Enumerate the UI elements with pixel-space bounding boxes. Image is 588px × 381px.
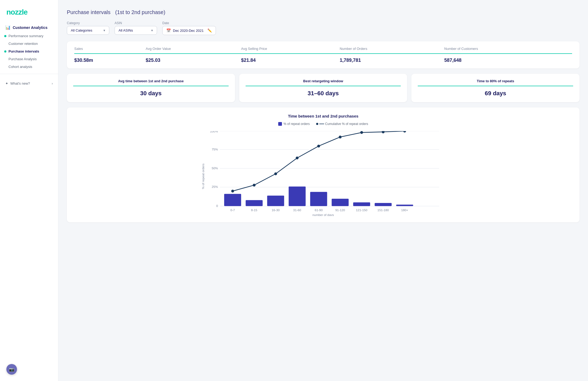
bar-91-120 [332, 199, 349, 206]
stats-col-num-orders: Number of Orders [340, 47, 444, 54]
sidebar-item-purchase-intervals[interactable]: Purchase intervals [0, 47, 58, 55]
sidebar-item-purchase-analysis[interactable]: Purchase Analysis [0, 55, 58, 63]
legend-bar-icon [278, 122, 282, 126]
x-axis-label: number of days [312, 213, 334, 216]
sidebar-item-label: Performance summary [8, 34, 43, 38]
stats-val-num-customers: 587,648 [444, 54, 572, 63]
x-label-5: 91-120 [335, 208, 345, 212]
legend-line-icon [316, 123, 318, 125]
sidebar-item-label: Purchase intervals [8, 49, 39, 53]
bar-31-60 [289, 187, 306, 206]
sidebar-item-label: Cohort analysis [8, 65, 32, 69]
stats-val-avg-price: $21.84 [241, 54, 340, 63]
metric-card-2: Time to 80% of repeats 69 days [411, 74, 580, 102]
chevron-right-icon: › [52, 82, 53, 85]
sidebar-item-performance-summary[interactable]: Performance summary [0, 32, 58, 40]
category-select[interactable]: All Categories ▾ [67, 26, 109, 35]
chevron-down-icon: ▾ [151, 28, 153, 32]
x-label-2: 16-30 [272, 208, 280, 212]
line-dot-0 [231, 190, 234, 193]
section-label: Customer Analytics [13, 25, 47, 30]
analytics-icon: 📊 [5, 25, 11, 30]
line-dot-2 [274, 172, 277, 175]
sidebar-item-label: Purchase Analysis [8, 57, 37, 61]
whats-new-label: What's new? [10, 81, 30, 85]
stats-val-avg-order: $25.03 [146, 54, 241, 63]
chart-container: % of repeat orders 0 25% 50% 75% 100% [74, 131, 572, 216]
bar-180plus [396, 205, 413, 206]
metric-cards-row: Avg time between 1st and 2nd purchase 30… [67, 74, 580, 102]
page-title: Purchase intervals (1st to 2nd purchase) [67, 7, 580, 16]
x-label-8: 180+ [401, 208, 408, 212]
bar-8-15 [246, 200, 263, 206]
x-label-1: 8-15 [251, 208, 257, 212]
line-dot-7 [382, 131, 385, 133]
metric-value-1: 31–60 days [308, 90, 339, 97]
metric-value-0: 30 days [140, 90, 162, 97]
line-dot-3 [296, 157, 299, 159]
asin-filter-label: ASIN [115, 21, 157, 25]
bar-151-180 [375, 203, 392, 206]
y-tick-100: 100% [210, 131, 218, 133]
stats-col-avg-price: Avg Selling Price [241, 47, 340, 54]
date-filter-label: Date [162, 21, 216, 25]
stats-val-sales: $30.58m [74, 54, 146, 63]
line-dot-4 [317, 145, 320, 148]
sidebar: nozzle 📊 Customer Analytics Performance … [0, 0, 58, 381]
bar-16-30 [267, 196, 284, 206]
metric-card-1: Best retargeting window 31–60 days [239, 74, 407, 102]
metric-title-2: Time to 80% of repeats [418, 79, 573, 86]
asin-select-value: All ASINs [119, 28, 133, 32]
legend-line-dash [319, 124, 324, 124]
line-dot-8 [403, 131, 406, 132]
calendar-icon: 📅 [166, 28, 171, 33]
x-label-3: 31-60 [293, 208, 301, 212]
date-filter: Date 📅 Dec 2020-Dec 2021 ✏️ [162, 21, 216, 35]
legend-line-label: Cumulative % of repeat orders [325, 122, 368, 126]
asin-filter: ASIN All ASINs ▾ [115, 21, 157, 35]
line-dot-5 [339, 136, 342, 138]
cumulative-line [233, 131, 405, 191]
edit-icon: ✏️ [207, 28, 212, 33]
y-axis-label: % of repeat orders [202, 163, 205, 189]
line-dot-1 [253, 184, 256, 187]
stats-col-avg-order: Avg Order Value [146, 47, 241, 54]
nav-section-customer-analytics[interactable]: 📊 Customer Analytics [0, 23, 58, 32]
metric-title-1: Best retargeting window [246, 79, 401, 86]
line-dot-6 [360, 131, 363, 134]
stats-col-sales: Sales [74, 47, 146, 54]
stats-col-num-customers: Number of Customers [444, 47, 572, 54]
bar-0-7 [224, 194, 241, 206]
category-filter: Category All Categories ▾ [67, 21, 109, 35]
sidebar-item-cohort-analysis[interactable]: Cohort analysis [0, 63, 58, 71]
star-icon: ✦ [5, 81, 8, 85]
y-tick-0: 0 [216, 204, 218, 207]
chart-title: Time between 1st and 2nd purchases [74, 114, 572, 118]
date-select[interactable]: 📅 Dec 2020-Dec 2021 ✏️ [162, 26, 216, 35]
legend-line: Cumulative % of repeat orders [316, 122, 368, 126]
whats-new-item[interactable]: ✦ What's new? › [0, 79, 58, 88]
bar-61-90 [310, 192, 327, 206]
page-title-text: Purchase intervals [67, 9, 111, 15]
legend-bar-label: % of repeat orders [284, 122, 310, 126]
video-button[interactable]: 📷 [6, 364, 17, 375]
logo-text: nozzle [6, 8, 28, 16]
sidebar-item-customer-retention[interactable]: Customer retention [0, 40, 58, 47]
legend-bar: % of repeat orders [278, 122, 310, 126]
y-tick-25: 25% [212, 185, 218, 188]
x-label-0: 0-7 [230, 208, 235, 212]
stats-table: Sales Avg Order Value Avg Selling Price … [74, 47, 572, 63]
y-tick-75: 75% [212, 148, 218, 151]
bar-121-150 [353, 202, 370, 206]
sidebar-item-label: Customer retention [8, 42, 38, 46]
active-dot [4, 35, 6, 37]
metric-title-0: Avg time between 1st and 2nd purchase [73, 79, 229, 86]
x-label-6: 121-150 [356, 208, 367, 212]
category-select-value: All Categories [71, 28, 92, 32]
date-select-value: Dec 2020-Dec 2021 [173, 29, 204, 33]
x-label-7: 151-180 [377, 208, 389, 212]
chart-legend: % of repeat orders Cumulative % of repea… [74, 122, 572, 126]
category-filter-label: Category [67, 21, 109, 25]
asin-select[interactable]: All ASINs ▾ [115, 26, 157, 35]
metric-card-0: Avg time between 1st and 2nd purchase 30… [67, 74, 235, 102]
